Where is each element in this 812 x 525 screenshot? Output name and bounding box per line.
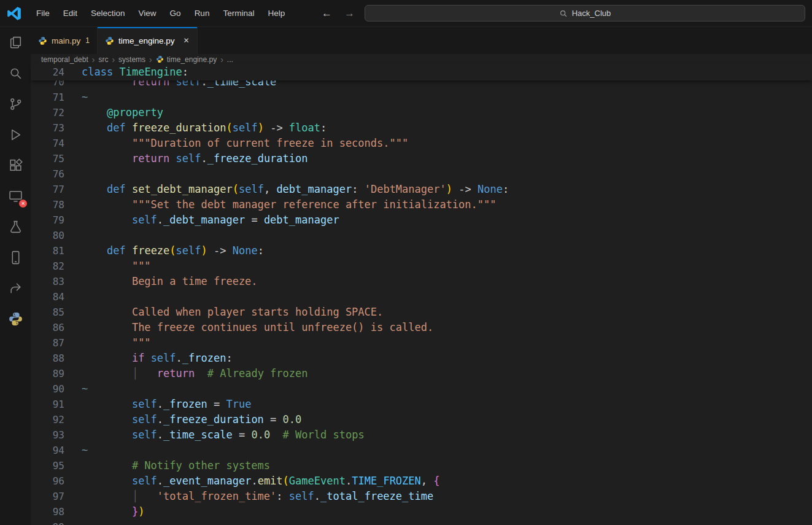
chevron-right-icon: › <box>112 55 115 64</box>
line-number: 93 <box>31 427 64 443</box>
code-line-77[interactable]: 77 def set_debt_manager(self, debt_manag… <box>31 182 812 197</box>
chevron-right-icon: › <box>92 55 95 64</box>
code-line-96[interactable]: 96 self._event_manager.emit(GameEvent.TI… <box>31 473 812 489</box>
line-number: 74 <box>31 136 64 151</box>
line-number: 83 <box>31 274 64 289</box>
breadcrumb-item[interactable]: temporal_debt <box>41 55 88 64</box>
line-number: 86 <box>31 320 64 335</box>
line-number: 91 <box>31 397 64 412</box>
code-line-79[interactable]: 79 self._debt_manager = debt_manager <box>31 212 812 228</box>
line-number: 95 <box>31 458 64 473</box>
menu-item-selection[interactable]: Selection <box>84 9 132 18</box>
menu-item-view[interactable]: View <box>132 9 163 18</box>
breadcrumb-item[interactable]: time_engine.py <box>167 55 217 64</box>
search-input[interactable]: Hack_Club <box>365 5 805 21</box>
vscode-logo-icon <box>6 6 22 21</box>
menu-item-terminal[interactable]: Terminal <box>216 9 261 18</box>
line-number: 79 <box>31 212 64 228</box>
line-number: 72 <box>31 105 64 120</box>
breadcrumb: temporal_debt›src›systems›time_engine.py… <box>31 54 812 64</box>
line-number: 73 <box>31 120 64 136</box>
back-icon[interactable]: ← <box>322 7 332 20</box>
close-icon[interactable]: ✕ <box>184 36 190 45</box>
menu-item-edit[interactable]: Edit <box>56 9 84 18</box>
python-file-icon <box>105 36 114 45</box>
code-line-81[interactable]: 81 def freeze(self) -> None: <box>31 243 812 259</box>
code-line-85[interactable]: 85 Called when player starts holding SPA… <box>31 305 812 320</box>
code-line-71[interactable]: 71~ <box>31 90 812 105</box>
code-line-89[interactable]: 89 │ return # Already frozen <box>31 366 812 381</box>
tab-label: main.py <box>52 36 80 45</box>
line-number: 78 <box>31 197 64 212</box>
activity-bar: ✕ <box>0 27 31 525</box>
sticky-line-code: class TimeEngine: <box>82 64 188 80</box>
code-line-87[interactable]: 87 """ <box>31 335 812 351</box>
code-line-74[interactable]: 74 """Duration of current freeze in seco… <box>31 136 812 151</box>
menu-item-file[interactable]: File <box>29 9 56 18</box>
chevron-right-icon: › <box>220 55 223 64</box>
code-line-78[interactable]: 78 """Set the debt manager reference aft… <box>31 197 812 212</box>
line-number: 76 <box>31 166 64 182</box>
code-line-80[interactable]: 80 <box>31 228 812 243</box>
breadcrumb-item[interactable]: systems <box>118 55 145 64</box>
line-number: 88 <box>31 351 64 366</box>
code-line-83[interactable]: 83 Begin a time freeze. <box>31 274 812 289</box>
search-text: Hack_Club <box>572 9 611 18</box>
testing-icon[interactable] <box>0 211 31 242</box>
menu-item-run[interactable]: Run <box>188 9 217 18</box>
search-icon <box>559 9 568 18</box>
tab-time_engine.py[interactable]: time_engine.py✕ <box>98 27 198 54</box>
line-number: 87 <box>31 335 64 351</box>
code-line-92[interactable]: 92 self._freeze_duration = 0.0 <box>31 412 812 427</box>
tab-badge: 1 <box>85 36 90 45</box>
code-line-72[interactable]: 72 @property <box>31 105 812 120</box>
code-line-90[interactable]: 90~ <box>31 381 812 397</box>
code-line-97[interactable]: 97 │ 'total_frozen_time': self._total_fr… <box>31 489 812 504</box>
line-number: 81 <box>31 243 64 259</box>
code-line-98[interactable]: 98 }) <box>31 504 812 519</box>
code-line-76[interactable]: 76 <box>31 166 812 182</box>
breadcrumb-item[interactable]: ... <box>227 55 233 64</box>
run-debug-icon[interactable] <box>0 119 31 150</box>
tab-main.py[interactable]: main.py1 <box>31 27 98 54</box>
title-bar: FileEditSelectionViewGoRunTerminalHelp ←… <box>0 0 812 27</box>
chevron-right-icon: › <box>149 55 152 64</box>
sticky-line-number: 24 <box>31 64 64 80</box>
code-line-82[interactable]: 82 """ <box>31 259 812 274</box>
code-line-88[interactable]: 88 if self._frozen: <box>31 351 812 366</box>
line-number: 82 <box>31 259 64 274</box>
line-number: 92 <box>31 412 64 427</box>
sticky-scroll-line[interactable]: 24 class TimeEngine: <box>31 64 812 80</box>
line-number: 77 <box>31 182 64 197</box>
tab-bar: main.py1time_engine.py✕ <box>31 27 812 54</box>
python-icon[interactable] <box>0 303 31 334</box>
line-number: 99 <box>31 519 64 525</box>
code-line-75[interactable]: 75 return self._freeze_duration <box>31 151 812 166</box>
editor-area: main.py1time_engine.py✕ temporal_debt›sr… <box>31 27 812 525</box>
line-number: 94 <box>31 443 64 458</box>
forward-icon[interactable]: → <box>344 7 355 20</box>
line-number: 85 <box>31 305 64 320</box>
code-line-91[interactable]: 91 self._frozen = True <box>31 397 812 412</box>
code-line-86[interactable]: 86 The freeze continues until unfreeze()… <box>31 320 812 335</box>
breadcrumb-item[interactable]: src <box>98 55 108 64</box>
menu-item-help[interactable]: Help <box>261 9 292 18</box>
code-line-94[interactable]: 94~ <box>31 443 812 458</box>
code-line-73[interactable]: 73 def freeze_duration(self) -> float: <box>31 120 812 136</box>
code-lines[interactable]: 70 return self._time_scale71~72 @propert… <box>31 74 812 525</box>
source-control-icon[interactable] <box>0 88 31 119</box>
remote-window-icon[interactable]: ✕ <box>0 181 31 211</box>
share-icon[interactable] <box>0 273 31 303</box>
line-number: 90 <box>31 381 64 397</box>
code-line-99[interactable]: 99 <box>31 519 812 525</box>
explorer-icon[interactable] <box>0 27 31 58</box>
extensions-icon[interactable] <box>0 150 31 181</box>
menu-item-go[interactable]: Go <box>163 9 188 18</box>
code-line-95[interactable]: 95 # Notify other systems <box>31 458 812 473</box>
code-line-93[interactable]: 93 self._time_scale = 0.0 # World stops <box>31 427 812 443</box>
tab-label: time_engine.py <box>118 36 175 45</box>
mobile-icon[interactable] <box>0 242 31 273</box>
code-line-84[interactable]: 84 <box>31 289 812 305</box>
line-number: 75 <box>31 151 64 166</box>
search-icon[interactable] <box>0 58 31 88</box>
